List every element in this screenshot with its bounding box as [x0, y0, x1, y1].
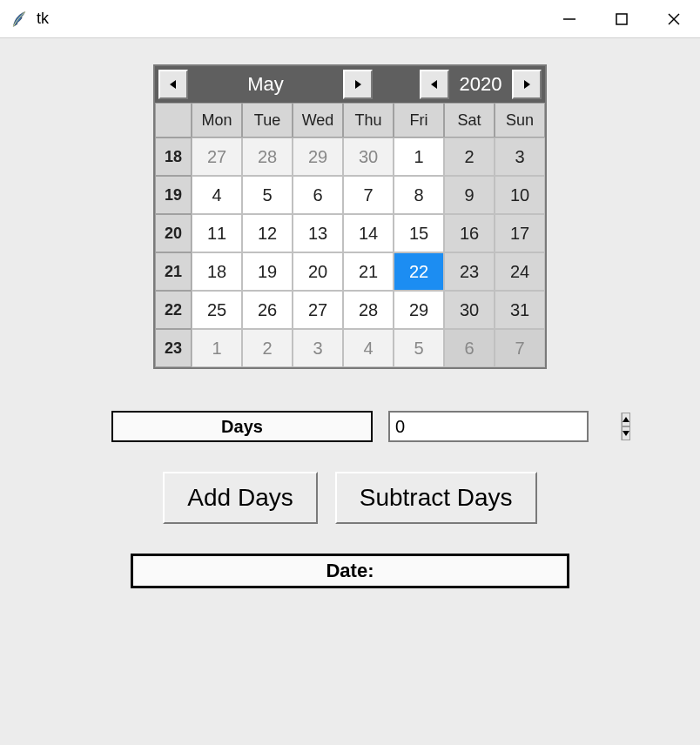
- day-header: Mon: [192, 103, 242, 138]
- day-header: Fri: [394, 103, 444, 138]
- calendar-day[interactable]: 27: [192, 138, 242, 176]
- week-number: 22: [155, 291, 192, 329]
- calendar-day[interactable]: 19: [242, 252, 293, 291]
- calendar-day[interactable]: 2: [444, 138, 495, 176]
- calendar-day[interactable]: 6: [444, 329, 495, 367]
- week-number: 19: [155, 176, 192, 214]
- calendar-day[interactable]: 6: [293, 176, 343, 214]
- calendar-day[interactable]: 20: [293, 252, 343, 291]
- calendar-day[interactable]: 17: [495, 214, 545, 252]
- calendar-widget[interactable]: May 2020 MonTueWedThuFriSatSun1827282930…: [153, 64, 547, 369]
- svg-marker-8: [623, 417, 629, 422]
- week-number: 20: [155, 214, 192, 252]
- triangle-right-icon: [353, 79, 363, 90]
- calendar-day[interactable]: 28: [242, 138, 293, 176]
- calendar-day[interactable]: 16: [444, 214, 495, 252]
- days-input[interactable]: [390, 413, 621, 440]
- calendar-day[interactable]: 26: [242, 291, 293, 329]
- app-feather-icon: [10, 10, 28, 28]
- week-number: 18: [155, 138, 192, 176]
- add-days-button[interactable]: Add Days: [163, 472, 317, 524]
- calendar-corner: [155, 103, 192, 138]
- close-icon: [667, 12, 681, 26]
- calendar-day[interactable]: 15: [394, 214, 444, 252]
- calendar-day[interactable]: 28: [343, 291, 394, 329]
- calendar-day[interactable]: 30: [343, 138, 394, 176]
- subtract-days-button[interactable]: Subtract Days: [335, 472, 537, 524]
- calendar-day[interactable]: 13: [293, 214, 343, 252]
- calendar-day[interactable]: 23: [444, 252, 495, 291]
- calendar-day[interactable]: 14: [343, 214, 394, 252]
- days-spinbox[interactable]: [388, 411, 589, 442]
- day-header: Thu: [343, 103, 394, 138]
- calendar-day[interactable]: 18: [192, 252, 242, 291]
- calendar-day[interactable]: 4: [192, 176, 242, 214]
- calendar-day[interactable]: 31: [495, 291, 545, 329]
- calendar-day[interactable]: 25: [192, 291, 242, 329]
- svg-marker-6: [431, 80, 437, 89]
- calendar-day[interactable]: 5: [242, 176, 293, 214]
- calendar-day[interactable]: 22: [394, 252, 444, 291]
- day-header: Tue: [242, 103, 293, 138]
- calendar-day[interactable]: 5: [394, 329, 444, 367]
- window-close-button[interactable]: [648, 0, 700, 37]
- day-header: Sat: [444, 103, 495, 138]
- triangle-down-icon: [623, 431, 629, 436]
- calendar-day[interactable]: 4: [343, 329, 394, 367]
- minimize-icon: [562, 12, 576, 26]
- prev-year-button[interactable]: [420, 70, 449, 99]
- calendar-day[interactable]: 1: [394, 138, 444, 176]
- calendar-header: May 2020: [155, 66, 545, 103]
- calendar-day[interactable]: 29: [293, 138, 343, 176]
- calendar-day[interactable]: 29: [394, 291, 444, 329]
- svg-marker-7: [524, 80, 530, 89]
- triangle-right-icon: [522, 79, 532, 90]
- calendar-day[interactable]: 3: [293, 329, 343, 367]
- triangle-left-icon: [429, 79, 440, 90]
- buttons-row: Add Days Subtract Days: [163, 472, 536, 524]
- svg-marker-4: [170, 80, 176, 89]
- year-label: 2020: [451, 73, 510, 96]
- spin-up-button[interactable]: [622, 413, 630, 426]
- spin-down-button[interactable]: [622, 426, 630, 440]
- calendar-day[interactable]: 9: [444, 176, 495, 214]
- days-row: Days: [111, 411, 589, 442]
- calendar-grid: MonTueWedThuFriSatSun1827282930123194567…: [155, 103, 545, 367]
- calendar-day[interactable]: 7: [343, 176, 394, 214]
- calendar-day[interactable]: 21: [343, 252, 394, 291]
- calendar-day[interactable]: 24: [495, 252, 545, 291]
- window-maximize-button[interactable]: [596, 0, 648, 37]
- days-label: Days: [111, 411, 373, 442]
- window-title: tk: [37, 10, 49, 28]
- calendar-day[interactable]: 8: [394, 176, 444, 214]
- day-header: Sun: [495, 103, 545, 138]
- triangle-left-icon: [168, 79, 178, 90]
- calendar-day[interactable]: 11: [192, 214, 242, 252]
- svg-marker-9: [623, 431, 629, 436]
- calendar-day[interactable]: 10: [495, 176, 545, 214]
- svg-marker-5: [355, 80, 361, 89]
- calendar-day[interactable]: 27: [293, 291, 343, 329]
- next-month-button[interactable]: [343, 70, 373, 99]
- week-number: 21: [155, 252, 192, 291]
- prev-month-button[interactable]: [158, 70, 188, 99]
- client-area: May 2020 MonTueWedThuFriSatSun1827282930…: [0, 38, 700, 745]
- calendar-day[interactable]: 1: [192, 329, 242, 367]
- maximize-icon: [616, 13, 628, 25]
- window-titlebar: tk: [0, 0, 700, 38]
- spinbox-arrows: [621, 413, 630, 440]
- day-header: Wed: [293, 103, 343, 138]
- date-output: Date:: [131, 554, 569, 588]
- calendar-day[interactable]: 12: [242, 214, 293, 252]
- calendar-day[interactable]: 7: [495, 329, 545, 367]
- triangle-up-icon: [623, 417, 629, 422]
- calendar-day[interactable]: 30: [444, 291, 495, 329]
- calendar-day[interactable]: 2: [242, 329, 293, 367]
- svg-rect-1: [616, 14, 627, 24]
- window-minimize-button[interactable]: [543, 0, 596, 37]
- month-label: May: [190, 73, 341, 96]
- next-year-button[interactable]: [512, 70, 542, 99]
- calendar-day[interactable]: 3: [495, 138, 545, 176]
- week-number: 23: [155, 329, 192, 367]
